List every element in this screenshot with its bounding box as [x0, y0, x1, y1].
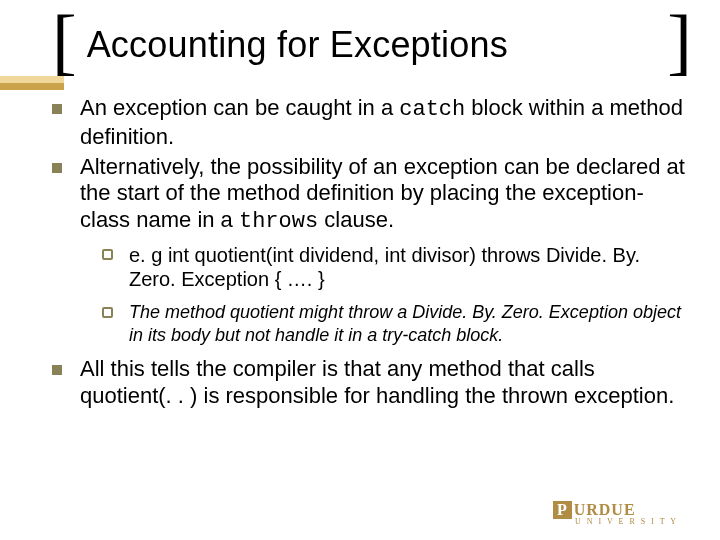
hollow-bullet-icon: [102, 307, 113, 318]
text-fragment: An exception can be caught in a: [80, 95, 399, 120]
bracket-left-icon: [: [52, 12, 77, 71]
square-bullet-icon: [52, 104, 62, 114]
logo-text: URDUE: [574, 501, 636, 518]
bullet-item: Alternatively, the possibility of an exc…: [52, 154, 692, 235]
sub-bullet-text: e. g int quotient(int dividend, int divi…: [129, 243, 692, 291]
bracket-right-icon: ]: [667, 12, 692, 71]
slide-title: Accounting for Exceptions: [87, 24, 508, 66]
bullet-text: Alternatively, the possibility of an exc…: [80, 154, 692, 235]
hollow-bullet-icon: [102, 249, 113, 260]
bullet-text: An exception can be caught in a catch bl…: [80, 95, 692, 150]
square-bullet-icon: [52, 163, 62, 173]
slide-body: An exception can be caught in a catch bl…: [52, 95, 692, 409]
text-fragment: clause.: [318, 207, 394, 232]
sub-bullet-list: e. g int quotient(int dividend, int divi…: [102, 243, 692, 346]
sub-bullet-text-italic: The method quotient might throw a Divide…: [129, 301, 692, 346]
slide: [ Accounting for Exceptions ] An excepti…: [0, 0, 720, 540]
code-keyword: throws: [239, 209, 318, 234]
logo-subtext: U N I V E R S I T Y: [575, 517, 678, 526]
square-bullet-icon: [52, 365, 62, 375]
title-wrap: [ Accounting for Exceptions ]: [52, 18, 692, 77]
code-keyword: catch: [399, 97, 465, 122]
sub-bullet-item: e. g int quotient(int dividend, int divi…: [102, 243, 692, 291]
purdue-logo: PURDUE U N I V E R S I T Y: [553, 501, 678, 526]
sub-bullet-item: The method quotient might throw a Divide…: [102, 301, 692, 346]
bullet-text: All this tells the compiler is that any …: [80, 356, 692, 409]
bullet-item: An exception can be caught in a catch bl…: [52, 95, 692, 150]
bullet-item: All this tells the compiler is that any …: [52, 356, 692, 409]
logo-p-icon: P: [553, 501, 572, 519]
